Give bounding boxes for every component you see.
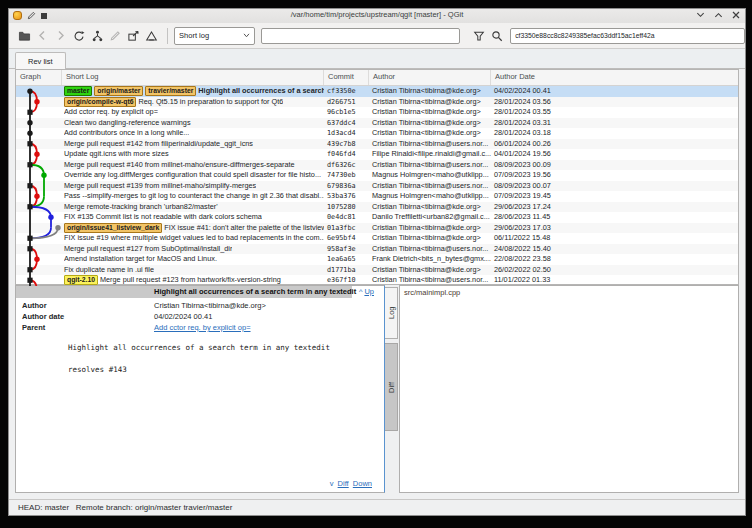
tab-rev-list[interactable]: Rev list — [15, 52, 66, 69]
commit-sha: 679836a — [324, 181, 369, 192]
commit-author: Magnus Holmgren<maho@utklipp... — [369, 170, 491, 181]
commit-row[interactable]: FIX issue #19 where multiple widget valu… — [16, 233, 738, 244]
commit-sha: 1ea6a65 — [324, 254, 369, 265]
commit-sha: 439c7b8 — [324, 139, 369, 150]
rev-list: Graph Short Log Commit Author Author Dat… — [15, 69, 739, 285]
graph-cell — [16, 170, 62, 181]
titlebar[interactable]: /var/home/tim/projects/upstream/qgit [ma… — [9, 9, 745, 24]
minimize-icon[interactable] — [696, 11, 705, 19]
col-header-shortlog[interactable]: Short Log — [62, 70, 324, 85]
graph-cell — [16, 118, 62, 129]
commit-row[interactable]: Add contributors once in a long while...… — [16, 128, 738, 139]
col-header-author[interactable]: Author — [369, 70, 491, 85]
down-link[interactable]: Down — [353, 479, 372, 488]
commit-sha: df6326c — [324, 160, 369, 171]
commit-author: Cristian Tibirna<tibirna@users.nor... — [369, 139, 491, 150]
commit-row[interactable]: Override any log.diffMerges configuratio… — [16, 170, 738, 181]
commit-row[interactable]: Fix duplicate name in .ui file d1771ba C… — [16, 265, 738, 276]
chevron-down-icon — [243, 33, 250, 38]
filter-input[interactable] — [261, 28, 459, 44]
apply-patch-button[interactable] — [143, 27, 161, 45]
commit-subject: Clean two dangling-reference warnings — [64, 118, 191, 129]
commit-row[interactable]: Add cctor req. by explicit op= 96cb1e5 C… — [16, 107, 738, 118]
commit-row[interactable]: origin/issue41_listview_dark FIX issue #… — [16, 223, 738, 234]
commit-row[interactable]: Merge remote-tracking branch 'urban82/ma… — [16, 202, 738, 213]
view-tree-button[interactable] — [88, 27, 106, 45]
commit-row[interactable]: Update qgit.icns with more sizes f046fd4… — [16, 149, 738, 160]
commit-row[interactable]: masterorigin/mastertravier/master Highli… — [16, 86, 738, 97]
commit-sha: 96cb1e5 — [324, 107, 369, 118]
detail-title: Highlight all occurrences of a search te… — [154, 287, 356, 296]
search-button[interactable] — [488, 27, 506, 45]
branch-icon — [91, 30, 104, 42]
up-link[interactable]: Up — [364, 287, 374, 296]
commit-author: Cristian Tibirna<tibirna@users.nor... — [369, 160, 491, 171]
shortlog-cell: Amend installation target for MacOS and … — [62, 254, 324, 265]
down-links: v Diff Down — [330, 479, 372, 488]
shortlog-cell: Merge pull request #127 from SubOptimal/… — [62, 244, 324, 255]
commit-author: Frank Dietrich<bits_n_bytes@gmx.... — [369, 254, 491, 265]
commit-subject: Update qgit.icns with more sizes — [64, 149, 169, 160]
save-patch-button[interactable] — [125, 27, 143, 45]
commit-date: 06/11/2022 15.48 — [491, 233, 738, 244]
commit-subject: Req. Qt5.15 in preparation to support fo… — [138, 97, 283, 108]
commit-author: Magnus Holmgren<maho@utklipp... — [369, 191, 491, 202]
commit-subject: Highlight all occurrences of a search te… — [198, 86, 324, 97]
col-header-commit[interactable]: Commit — [324, 70, 369, 85]
commit-row[interactable]: Merge pull request #127 from SubOptimal/… — [16, 244, 738, 255]
tab-diff-vertical[interactable]: Diff — [385, 343, 398, 431]
file-list-item[interactable]: src/mainimpl.cpp — [400, 286, 738, 297]
commit-date: 28/01/2024 03.31 — [491, 118, 738, 129]
commit-row[interactable]: Merge pull request #139 from millnet-mah… — [16, 181, 738, 192]
commit-subject: Pass --simplify-merges to git log to cou… — [64, 191, 324, 202]
tab-log-vertical[interactable]: Log — [385, 287, 398, 339]
graph-cell — [16, 181, 62, 192]
commit-date: 04/02/2024 00.41 — [491, 86, 738, 97]
commit-subject: Merge pull request #127 from SubOptimal/… — [64, 244, 232, 255]
diff-link[interactable]: Diff — [338, 479, 349, 488]
shortlog-cell: Add cctor req. by explicit op= — [62, 107, 324, 118]
commit-sha: 01a3fbc — [324, 223, 369, 234]
graph-cell — [16, 107, 62, 118]
commit-date: 24/08/2022 15.40 — [491, 244, 738, 255]
graph-cell — [16, 149, 62, 160]
status-bar: HEAD: master Remote branch: origin/maste… — [9, 499, 745, 515]
close-icon[interactable] — [732, 11, 740, 19]
graph-cell — [16, 223, 62, 234]
refresh-button[interactable] — [70, 27, 88, 45]
commit-date: 28/06/2023 11.45 — [491, 212, 738, 223]
col-header-graph[interactable]: Graph — [16, 70, 62, 85]
parent-link[interactable]: Add cctor req. by explicit op= — [154, 323, 251, 332]
col-header-authordate[interactable]: Author Date — [491, 70, 738, 85]
ref-badges: qgit-2.10 — [64, 275, 100, 286]
commit-row[interactable]: Pass --simplify-merges to git log to cou… — [16, 191, 738, 202]
commit-row[interactable]: qgit-2.10 Merge pull request #123 from h… — [16, 275, 738, 286]
ref-badge: master — [64, 86, 92, 96]
shortlog-cell: origin/issue41_listview_dark FIX issue #… — [62, 223, 324, 234]
commit-sha: f046fd4 — [324, 149, 369, 160]
qgit-window: /var/home/tim/projects/upstream/qgit [ma… — [8, 8, 746, 516]
commit-row[interactable]: Amend installation target for MacOS and … — [16, 254, 738, 265]
commit-sha: 53ba376 — [324, 191, 369, 202]
commit-date: 26/02/2022 02.50 — [491, 265, 738, 276]
commit-row[interactable]: FIX #135 Commit list is not readable wit… — [16, 212, 738, 223]
commit-row[interactable]: Clean two dangling-reference warnings 63… — [16, 118, 738, 129]
refresh-icon — [73, 30, 85, 42]
commit-row[interactable]: Merge pull request #142 from filiperinal… — [16, 139, 738, 150]
commit-row[interactable]: Merge pull request #140 from millnet-mah… — [16, 160, 738, 171]
sha-input[interactable] — [510, 28, 745, 44]
commit-row[interactable]: origin/compile-w-qt6 Req. Qt5.15 in prep… — [16, 97, 738, 108]
ref-badge: origin/master — [94, 86, 143, 96]
graph-cell — [16, 212, 62, 223]
filter-button[interactable] — [470, 27, 488, 45]
window-title: /var/home/tim/projects/upstream/qgit [ma… — [9, 10, 745, 19]
toolbar-separator — [167, 28, 168, 44]
maximize-icon[interactable] — [714, 11, 723, 19]
rev-list-rows: masterorigin/mastertravier/master Highli… — [16, 86, 738, 286]
view-mode-select[interactable]: Short log — [174, 27, 255, 45]
commit-sha: 0e4dc81 — [324, 212, 369, 223]
commit-sha: 74730eb — [324, 170, 369, 181]
ref-badges: origin/compile-w-qt6 — [64, 97, 138, 108]
open-repo-button[interactable] — [15, 27, 33, 45]
pencil-disabled-icon — [109, 30, 121, 42]
